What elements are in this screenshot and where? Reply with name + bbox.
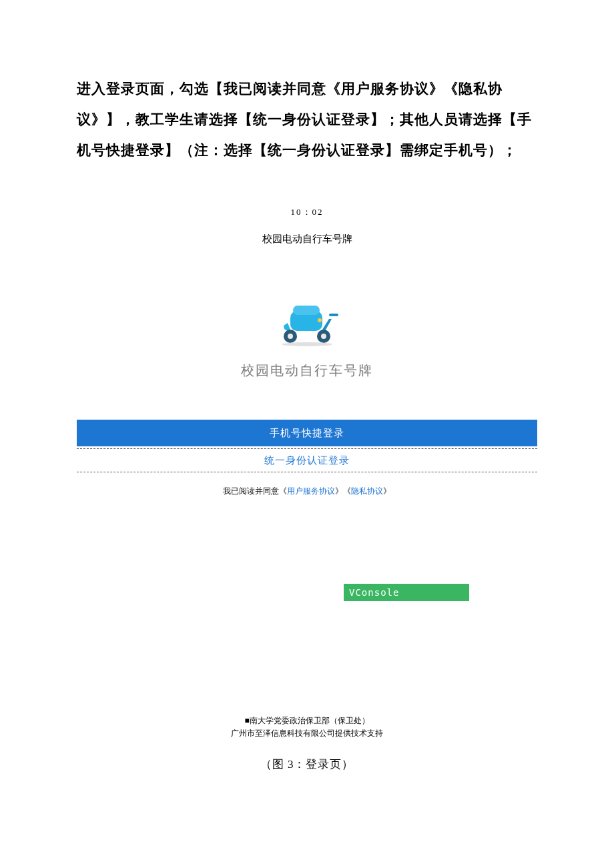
status-bar-time: 10：02 [77,206,537,218]
instruction-paragraph: 进入登录页面，勾选【我已阅读并同意《用户服务协议》《隐私协议》】，教工学生请选择… [77,73,537,166]
vconsole-badge[interactable]: VConsole [344,584,469,601]
privacy-policy-link[interactable]: 隐私协议 [351,486,383,496]
phone-login-button[interactable]: 手机号快捷登录 [77,420,537,446]
agree-suffix: 》 [383,486,391,496]
svg-rect-1 [293,306,320,315]
figure-caption: （图 3：登录页） [77,757,537,772]
footer-line-2: 广州市至泽信息科技有限公司提供技术支持 [77,727,537,740]
svg-point-4 [288,334,293,339]
app-name-label: 校园电动自行车号牌 [77,362,537,380]
screen-title: 校园电动自行车号牌 [77,233,537,246]
vconsole-row: VConsole [77,584,537,601]
svg-point-7 [282,342,332,346]
svg-point-8 [318,318,322,322]
svg-point-6 [321,334,326,339]
login-screenshot: 10：02 校园电动自行车号牌 校园电动自行车号牌 [77,206,537,772]
document-page: 进入登录页面，勾选【我已阅读并同意《用户服务协议》《隐私协议》】，教工学生请选择… [0,0,614,799]
agreement-line[interactable]: 我已阅读并同意《用户服务协议》《隐私协议》 [77,486,537,497]
footer-credits: ■南大学党委政治保卫部（保卫处） 广州市至泽信息科技有限公司提供技术支持 [77,715,537,740]
sso-login-button[interactable]: 统一身份认证登录 [77,448,537,472]
footer-line-1: ■南大学党委政治保卫部（保卫处） [77,715,537,727]
user-agreement-link[interactable]: 用户服务协议 [287,486,335,496]
agree-prefix: 我已阅读并同意《 [223,486,287,496]
agree-mid: 》《 [335,486,351,496]
app-logo [77,299,537,350]
scooter-icon [270,299,344,350]
svg-rect-2 [329,314,338,316]
